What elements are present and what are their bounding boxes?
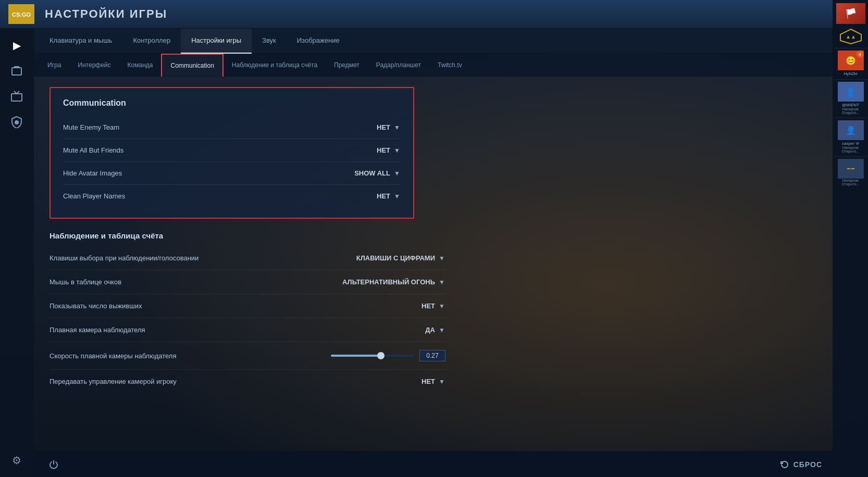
mute-all-control[interactable]: НЕТ ▼: [338, 146, 401, 154]
setting-smooth-camera: Плавная камера наблюдателя ДА ▼: [49, 318, 445, 342]
subtab-observation[interactable]: Наблюдение и таблица счёта: [224, 54, 326, 77]
vote-keys-chevron-icon: ▼: [438, 255, 445, 262]
subtab-team[interactable]: Команда: [119, 54, 162, 77]
mute-all-label: Mute All But Friends: [63, 146, 123, 154]
setting-hide-avatar: Hide Avatar Images SHOW ALL ▼: [63, 162, 401, 185]
setting-score-mouse: Мышь в таблице очков АЛЬТЕРНАТИВНЫЙ ОГОН…: [49, 270, 445, 294]
clean-names-control[interactable]: НЕТ ▼: [338, 192, 401, 200]
header: CS:GO НАСТРОЙКИ ИГРЫ: [0, 0, 868, 29]
observation-section: Наблюдение и таблица счёта Клавиши выбор…: [49, 231, 445, 393]
friend-substatus-3: Открыто...: [842, 149, 860, 153]
mute-enemy-control[interactable]: НЕТ ▼: [338, 123, 401, 131]
tab-controller[interactable]: Контроллер: [122, 29, 181, 54]
friend-avatar-2: 👤: [838, 82, 864, 102]
clean-names-chevron-icon: ▼: [393, 193, 401, 200]
setting-mute-all: Mute All But Friends НЕТ ▼: [63, 139, 401, 162]
camera-speed-control[interactable]: 0.27: [331, 350, 445, 361]
show-survivors-value: НЕТ: [421, 302, 435, 310]
friend-avatar: 😊 4: [838, 51, 864, 70]
friend-item-2[interactable]: 👤 @MIENT Напарник Открыто...: [834, 79, 867, 117]
reset-button[interactable]: СБРОС: [780, 460, 822, 469]
vote-keys-control[interactable]: КЛАВИШИ С ЦИФРАМИ ▼: [356, 254, 445, 262]
subtab-communication[interactable]: Communication: [161, 54, 223, 77]
setting-show-survivors: Показывать число выживших НЕТ ▼: [49, 294, 445, 318]
subtab-interface[interactable]: Интерфейс: [69, 54, 119, 77]
vote-keys-label: Клавиши выбора при наблюдении/голосовани…: [49, 254, 199, 262]
setting-mute-enemy: Mute Enemy Team НЕТ ▼: [63, 116, 401, 139]
friend-item[interactable]: 😊 4 HyNZki: [834, 48, 867, 78]
slider-fill: [331, 355, 381, 357]
communication-panel: Communication Mute Enemy Team НЕТ ▼ Mute…: [49, 87, 414, 219]
csgo-logo: CS:GO: [8, 4, 34, 24]
slider-thumb: [377, 352, 385, 359]
player-camera-label: Передавать управление камерой игроку: [49, 378, 177, 385]
svg-rect-2: [12, 68, 21, 75]
mute-all-value: НЕТ: [377, 146, 390, 154]
friend-substatus-4: Открыто...: [842, 182, 860, 186]
setting-camera-speed: Скорость плавной камеры наблюдателя 0.27: [49, 342, 445, 370]
friend-substatus-2: Открыто...: [842, 111, 860, 115]
clean-names-label: Clean Player Names: [63, 192, 125, 200]
subtab-game[interactable]: Игра: [39, 54, 69, 77]
camera-speed-slider[interactable]: [331, 355, 414, 357]
svg-text:▲▲: ▲▲: [846, 34, 856, 40]
mute-enemy-label: Mute Enemy Team: [63, 123, 119, 131]
score-mouse-control[interactable]: АЛЬТЕРНАТИВНЫЙ ОГОНЬ ▼: [342, 278, 445, 286]
friend-avatar-3: 👤: [838, 120, 864, 140]
smooth-camera-control[interactable]: ДА ▼: [383, 326, 445, 334]
main-content: Клавиатура и мышь Контроллер Настройки и…: [34, 29, 833, 477]
reset-label: СБРОС: [793, 460, 822, 469]
setting-player-camera: Передавать управление камерой игроку НЕТ…: [49, 370, 445, 393]
right-sidebar: 🏳️ ▲▲ 😊 4 HyNZki 👤 @MIENT Напарник Откры…: [833, 0, 868, 477]
hide-avatar-chevron-icon: ▼: [393, 170, 401, 177]
sidebar-inventory-icon[interactable]: [5, 59, 28, 82]
scroll-area: Communication Mute Enemy Team НЕТ ▼ Mute…: [34, 77, 833, 477]
show-survivors-control[interactable]: НЕТ ▼: [383, 302, 445, 310]
camera-speed-value: 0.27: [419, 350, 445, 361]
smooth-camera-chevron-icon: ▼: [438, 327, 445, 334]
communication-panel-title: Communication: [63, 98, 401, 108]
player-camera-value: НЕТ: [421, 378, 435, 385]
sidebar-tv-icon[interactable]: [5, 85, 28, 108]
setting-vote-keys: Клавиши выбора при наблюдении/голосовани…: [49, 246, 445, 270]
score-mouse-label: Мышь в таблице очков: [49, 278, 121, 286]
left-sidebar: ▶ ⚙: [0, 29, 34, 477]
subtab-twitch[interactable]: Twitch.tv: [429, 54, 470, 77]
sidebar-shield-icon[interactable]: [5, 110, 28, 133]
vote-keys-value: КЛАВИШИ С ЦИФРАМИ: [356, 254, 435, 262]
friend-item-3[interactable]: 👤 casper Ψ Напарник Открыто...: [834, 118, 867, 155]
player-camera-chevron-icon: ▼: [438, 378, 445, 385]
player-camera-control[interactable]: НЕТ ▼: [383, 378, 445, 385]
setting-clean-names: Clean Player Names НЕТ ▼: [63, 185, 401, 207]
tab-keyboard[interactable]: Клавиатура и мышь: [39, 29, 122, 54]
tab-image[interactable]: Изображение: [287, 29, 350, 54]
hide-avatar-control[interactable]: SHOW ALL ▼: [338, 169, 401, 177]
notification-badge: 4: [857, 51, 864, 58]
primary-nav: Клавиатура и мышь Контроллер Настройки и…: [34, 29, 833, 54]
user-avatar[interactable]: 🏳️: [835, 2, 866, 25]
friend-name: HyNZki: [844, 71, 857, 76]
sidebar-play-button[interactable]: ▶: [5, 34, 28, 57]
score-mouse-chevron-icon: ▼: [438, 279, 445, 286]
friend-avatar-4: [838, 159, 864, 179]
subtab-radar[interactable]: Радар/планшет: [368, 54, 429, 77]
show-survivors-label: Показывать число выживших: [49, 302, 142, 310]
friend-status-4: Напарник: [842, 179, 859, 182]
tab-game-settings[interactable]: Настройки игры: [181, 29, 252, 54]
camera-speed-label: Скорость плавной камеры наблюдателя: [49, 352, 176, 360]
tab-sound[interactable]: Звук: [252, 29, 287, 54]
page-title: НАСТРОЙКИ ИГРЫ: [45, 7, 167, 21]
show-survivors-chevron-icon: ▼: [438, 303, 445, 310]
friend-name-3: casper Ψ: [842, 141, 859, 146]
hide-avatar-label: Hide Avatar Images: [63, 169, 122, 177]
hide-avatar-value: SHOW ALL: [354, 169, 390, 177]
subtab-item[interactable]: Предмет: [326, 54, 368, 77]
power-button[interactable]: [44, 455, 63, 474]
rank-icon: ▲▲: [836, 26, 865, 47]
mute-enemy-chevron-icon: ▼: [393, 124, 401, 131]
observation-section-title: Наблюдение и таблица счёта: [49, 231, 445, 240]
friend-item-4[interactable]: Напарник Открыто...: [834, 156, 867, 188]
clean-names-value: НЕТ: [377, 192, 390, 200]
sidebar-gear-icon[interactable]: ⚙: [5, 449, 28, 472]
friend-name-2: @MIENT: [842, 103, 859, 107]
